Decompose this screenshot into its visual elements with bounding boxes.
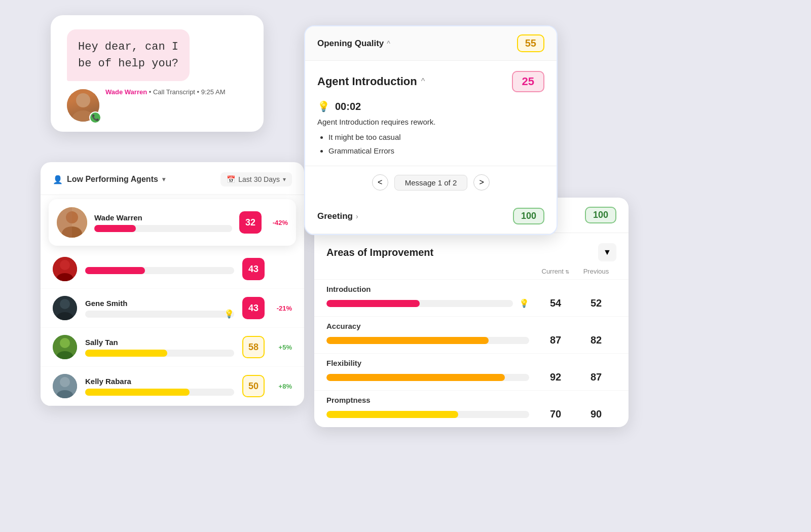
intro-bulb-icon: 💡	[519, 298, 529, 308]
promptness-bar-wrap	[326, 411, 529, 418]
promptness-previous: 90	[576, 408, 616, 420]
kelly-score-badge: 50	[242, 375, 265, 397]
intro-body: 💡 00:02 Agent Introduction requires rewo…	[305, 92, 557, 166]
agent-row-gene: Gene Smith 💡 43 -21%	[41, 289, 304, 328]
bubble-line1: Hey dear, can I	[78, 41, 178, 53]
svg-rect-5	[57, 207, 72, 238]
flexibility-bar-wrap	[326, 374, 529, 381]
intro-score: 25	[512, 71, 544, 92]
flexibility-bar-fill	[326, 374, 505, 381]
lightbulb-icon-intro: 💡	[317, 100, 330, 112]
nav-prev-button[interactable]: <	[372, 174, 388, 191]
sally-score-badge: 58	[242, 336, 265, 358]
agent-row-2: 43	[41, 250, 304, 289]
accuracy-previous: 82	[576, 334, 616, 346]
chat-meta: Wade Warren • Call Transcript • 9:25 AM	[105, 88, 247, 96]
metric-bar-introduction: 💡 54 52	[326, 297, 616, 309]
wade-name: Wade Warren	[94, 213, 232, 222]
time-row: 💡 00:02	[317, 100, 544, 112]
greeting-row: Greeting › 100	[305, 199, 557, 234]
agent-row-wade[interactable]: Wade Warren 32 -42%	[49, 199, 296, 246]
sally-name: Sally Tan	[85, 338, 234, 347]
svg-point-0	[76, 93, 90, 107]
flexibility-current: 92	[535, 371, 576, 383]
nav-next-button[interactable]: >	[473, 174, 490, 191]
transcript-label[interactable]: Call Transcript	[153, 88, 195, 96]
accuracy-bar-wrap	[326, 337, 529, 344]
metric-row-introduction: Introduction 💡 54 52	[314, 279, 629, 316]
areas-title: Areas of Improvement	[326, 247, 433, 258]
filter-chevron[interactable]: ▾	[283, 176, 286, 183]
gene-avatar	[53, 296, 77, 320]
svg-point-16	[60, 377, 70, 387]
agent-introduction-card: Opening Quality ^ 55 Agent Introduction …	[304, 25, 558, 235]
wade-score-badge: 32	[239, 211, 262, 234]
sally-info: Sally Tan	[85, 338, 234, 357]
filter-icon: ▼	[603, 248, 611, 257]
col-current-label: Current	[542, 268, 564, 275]
intro-header: Agent Introduction ^ 25	[305, 61, 557, 92]
opening-quality-title: Opening Quality	[317, 39, 384, 49]
accuracy-bar-fill	[326, 337, 489, 344]
areas-greeting-score: 100	[585, 207, 616, 223]
gene-lightbulb-icon: 💡	[224, 309, 234, 319]
sort-icon: ⇅	[565, 269, 569, 275]
agent2-score-bar	[85, 267, 145, 274]
intro-chevron-up[interactable]: ^	[421, 77, 425, 86]
col-previous-header: Previous	[576, 268, 616, 275]
agent2-info	[85, 264, 234, 274]
opening-quality-row: Opening Quality ^ 55	[305, 26, 557, 61]
metric-row-promptness: Promptness 70 90	[314, 390, 629, 427]
kelly-delta: +8%	[273, 383, 292, 390]
greeting-chevron[interactable]: ›	[356, 212, 358, 220]
filter-label: Last 30 Days	[238, 175, 280, 183]
gene-score-badge: 43	[242, 297, 265, 319]
wade-avatar	[57, 207, 87, 238]
agents-title-chevron[interactable]: ▾	[162, 176, 165, 183]
areas-filter-button[interactable]: ▼	[598, 243, 616, 261]
chat-bubble-card: Hey dear, can I be of help you? 📞 Wade W…	[51, 15, 264, 132]
intro-timestamp: 00:02	[335, 101, 361, 112]
metric-name-flexibility: Flexibility	[326, 359, 616, 367]
areas-header: Areas of Improvement ▼	[314, 233, 629, 268]
metric-name-promptness: Promptness	[326, 396, 616, 404]
agents-title-group[interactable]: 👤 Low Performing Agents ▾	[53, 175, 165, 184]
kelly-avatar	[53, 374, 77, 398]
sally-delta: +5%	[273, 344, 292, 351]
gene-delta: -21%	[273, 305, 292, 312]
gene-name: Gene Smith	[85, 299, 234, 308]
agents-title: Low Performing Agents	[67, 175, 158, 184]
greeting-score: 100	[513, 208, 544, 224]
kelly-score-bar	[85, 389, 190, 396]
metric-bar-flexibility: 92 87	[326, 371, 616, 383]
kelly-name: Kelly Rabara	[85, 377, 234, 386]
issue-list: It might be too casual Grammatical Error…	[317, 130, 544, 158]
agents-filter-dropdown[interactable]: 📅 Last 30 Days ▾	[220, 172, 292, 186]
promptness-values: 70 90	[535, 408, 616, 420]
intro-bar-wrap	[326, 300, 513, 307]
promptness-bar-fill	[326, 411, 458, 418]
accuracy-current: 87	[535, 334, 576, 346]
low-performing-agents-card: 👤 Low Performing Agents ▾ 📅 Last 30 Days…	[41, 162, 304, 406]
promptness-current: 70	[535, 408, 576, 420]
agent2-score-badge: 43	[242, 258, 265, 280]
rework-text: Agent Introduction requires rework.	[317, 118, 544, 126]
calendar-icon: 📅	[227, 175, 235, 183]
intro-bar-fill	[326, 300, 420, 307]
wade-score-bar	[94, 225, 136, 232]
agent2-avatar	[53, 257, 77, 281]
intro-title: Agent Introduction	[317, 75, 417, 88]
kelly-info: Kelly Rabara	[85, 377, 234, 396]
opening-quality-chevron: ^	[387, 40, 390, 48]
flexibility-values: 92 87	[535, 371, 616, 383]
chat-bubble: Hey dear, can I be of help you?	[67, 29, 190, 81]
phone-badge-icon: 📞	[89, 111, 101, 124]
opening-quality-score: 55	[517, 34, 544, 52]
intro-previous: 52	[576, 297, 616, 309]
metric-row-accuracy: Accuracy 87 82	[314, 316, 629, 353]
svg-point-13	[60, 338, 70, 348]
message-nav: < Message 1 of 2 >	[305, 166, 557, 199]
gene-info: Gene Smith 💡	[85, 299, 234, 318]
agents-card-header: 👤 Low Performing Agents ▾ 📅 Last 30 Days…	[41, 162, 304, 195]
agent-name-link[interactable]: Wade Warren	[105, 88, 147, 96]
